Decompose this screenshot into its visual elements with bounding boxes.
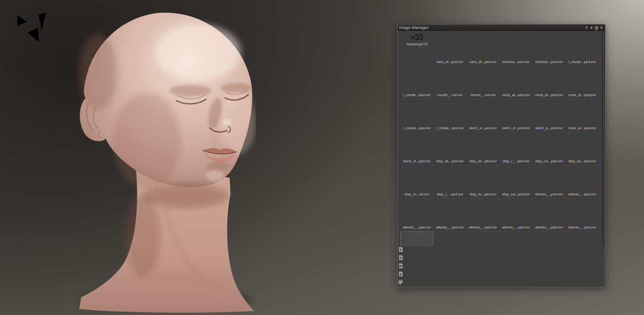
image-item[interactable]: disp_sk...ped.exr xyxy=(433,132,466,165)
close-button[interactable]: ✕ xyxy=(599,25,604,30)
file-arrow-up-icon xyxy=(398,247,404,252)
image-item[interactable]: ears_di...ped.exr xyxy=(466,33,500,66)
toolbar-zone xyxy=(398,246,605,287)
collapse-button[interactable]: ▲ xyxy=(589,25,594,30)
image-filename: r_cheek...ped.exr xyxy=(403,126,431,131)
image-item[interactable]: forehea...ped.exr xyxy=(533,33,566,66)
texture-thumbnail xyxy=(417,79,418,80)
show-image-button[interactable] xyxy=(398,262,605,271)
image-group-texturingxyz[interactable]: +33 TexturingXYZ xyxy=(400,33,433,66)
image-item[interactable]: nose_al...ped.exr xyxy=(566,99,599,132)
texture-thumbnail xyxy=(483,112,484,113)
image-item[interactable]: disp_m...ed.exr xyxy=(400,165,433,199)
image-filename: l_cheek...ped.exr xyxy=(403,92,431,97)
image-filename: disp_sk...ped.exr xyxy=(469,159,496,164)
image-filename: neck_al...ped.exr xyxy=(502,92,530,97)
thumbnail-frame xyxy=(500,199,533,225)
image-filename: disp_no...ped.exr xyxy=(535,159,563,164)
export-image-button[interactable] xyxy=(398,271,605,279)
file-eye-icon xyxy=(398,263,404,269)
image-item[interactable]: albedo_...ped.exr xyxy=(433,199,466,232)
texture-thumbnail xyxy=(483,212,484,213)
viewport-3d[interactable]: Image Manager ? ▲ ✕ +33 xyxy=(0,0,644,315)
thumbnail-frame xyxy=(566,199,599,225)
image-item[interactable]: skin1_a...ped.exr xyxy=(466,99,500,132)
thumbnail-frame xyxy=(500,100,533,126)
image-item[interactable]: albedo_...ped.exr xyxy=(533,165,566,199)
image-filename: disp_m...ed.exr xyxy=(404,192,429,197)
image-item[interactable]: albedo_...ped.exr xyxy=(566,165,599,199)
texture-thumbnail xyxy=(549,212,550,213)
image-item[interactable]: r_cheek...ped.exr xyxy=(433,99,466,132)
texture-thumbnail xyxy=(450,179,451,179)
thumbnail-frame xyxy=(466,67,500,92)
image-item[interactable]: disp_no...ped.exr xyxy=(533,132,566,165)
image-item[interactable]: disp_ne...ped.exr xyxy=(566,132,599,165)
image-item[interactable]: nose_di...ped.exr xyxy=(566,66,599,99)
edit-colors-button[interactable] xyxy=(398,279,605,287)
texture-thumbnail xyxy=(516,79,517,80)
image-filename: disp_fo...ped.exr xyxy=(470,192,496,197)
image-item[interactable]: mouth_...ed.exr xyxy=(433,66,466,99)
thumbnail-frame xyxy=(433,100,466,126)
thumbnail-frame xyxy=(566,34,599,59)
scrollbar-thumb[interactable] xyxy=(603,31,605,131)
float-button[interactable] xyxy=(594,25,599,30)
delete-image-button[interactable] xyxy=(398,254,605,262)
image-item[interactable]: disp_ea...ped.exr xyxy=(500,165,533,199)
help-button[interactable]: ? xyxy=(584,25,589,30)
image-item[interactable]: l_cheek...ped.exr xyxy=(400,66,433,99)
image-item[interactable]: albedo_...ped.exr xyxy=(566,199,599,232)
image-item[interactable]: disp_sk...ped.exr xyxy=(466,132,500,165)
texture-thumbnail xyxy=(516,179,517,179)
image-filename: skin2_a...ped.exr xyxy=(535,126,563,131)
texture-thumbnail xyxy=(450,46,451,47)
image-item[interactable]: skin2_d...ped.exr xyxy=(400,132,433,165)
image-item[interactable]: skin1_d...ped.exr xyxy=(500,99,533,132)
image-item[interactable]: neck_di...ped.exr xyxy=(533,66,566,99)
thumbnail-frame xyxy=(400,199,433,225)
image-item[interactable]: r_cheek...ped.exr xyxy=(400,99,433,132)
texturingxyz-v-logo xyxy=(17,12,47,45)
image-filename: neck_di...ped.exr xyxy=(535,92,563,97)
image-item[interactable]: albedo_...ped.exr xyxy=(400,199,433,232)
image-filename: ears_di...ped.exr xyxy=(470,59,497,64)
group-thumbnails: +33 xyxy=(411,34,423,42)
image-filename: skin2_d...ped.exr xyxy=(403,159,431,164)
image-filename: albedo_...ped.exr xyxy=(535,225,563,230)
image-item[interactable]: skin2_a...ped.exr xyxy=(533,99,566,132)
grid-scrollbar[interactable] xyxy=(602,31,605,246)
image-manager-panel: Image Manager ? ▲ ✕ +33 xyxy=(397,24,606,287)
image-item[interactable]: disp_l_...ped.exr xyxy=(433,165,466,199)
texture-thumbnail xyxy=(450,212,451,213)
image-item[interactable]: disp_fo...ped.exr xyxy=(466,165,500,199)
texture-thumbnail xyxy=(549,145,550,146)
image-item[interactable]: ears_al...ped.exr xyxy=(433,33,466,66)
thumbnail-frame xyxy=(533,199,566,225)
thumbnail-frame xyxy=(400,166,433,192)
image-manager-content: +33 TexturingXYZ ears_al...ped.exrears_d… xyxy=(398,31,605,246)
image-item[interactable]: l_cheek...ped.exr xyxy=(566,33,599,66)
image-item[interactable]: albedo_...ped.exr xyxy=(533,199,566,232)
v-logo-icon xyxy=(17,12,47,43)
image-item[interactable]: albedo_...ped.exr xyxy=(500,199,533,232)
image-item[interactable]: neck_al...ped.exr xyxy=(500,66,533,99)
image-filename: disp_ne...ped.exr xyxy=(568,159,596,164)
image-filename: disp_sk...ped.exr xyxy=(436,159,463,164)
close-icon: ✕ xyxy=(600,26,603,29)
more-images-badge: +33 xyxy=(411,34,423,42)
image-manager-titlebar[interactable]: Image Manager ? ▲ ✕ xyxy=(398,24,605,31)
thumbnail-frame xyxy=(500,166,533,192)
thumbnail-frame xyxy=(433,166,466,192)
image-item[interactable]: albedo_...ped.exr xyxy=(466,199,500,232)
texture-thumbnail xyxy=(417,145,418,146)
image-item[interactable]: albedo_...ped.exr xyxy=(400,232,433,246)
image-item[interactable]: forehea...ped.exr xyxy=(500,33,533,66)
image-item[interactable]: disp_r_...ped.exr xyxy=(500,132,533,165)
load-image-button[interactable] xyxy=(398,246,605,254)
image-item[interactable]: mouth_...ed.exr xyxy=(466,66,500,99)
image-filename: l_cheek...ped.exr xyxy=(568,59,596,64)
image-filename: forehea...ped.exr xyxy=(535,59,562,64)
thumbnail-frame xyxy=(400,67,433,92)
thumbnail-frame xyxy=(433,199,466,225)
